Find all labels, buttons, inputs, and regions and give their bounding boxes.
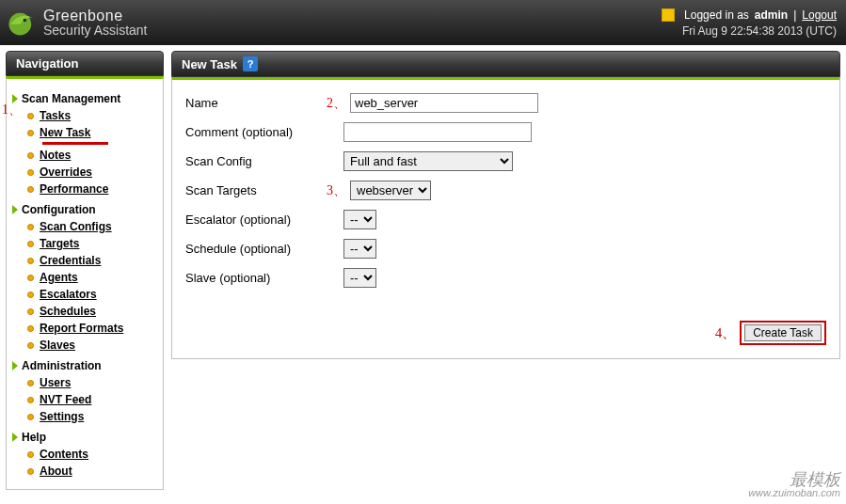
main-header: New Task ?: [171, 51, 840, 77]
create-task-highlight: Create Task: [740, 321, 826, 345]
name-label: Name: [185, 96, 327, 110]
status-diamond-icon: [662, 8, 675, 22]
name-input[interactable]: [350, 93, 538, 113]
nav-item-about[interactable]: About: [12, 463, 153, 480]
main-panel: New Task ? Name 2、 Comment (optional) Sc…: [171, 51, 840, 359]
brand-title: Greenbone: [43, 8, 148, 24]
bullet-icon: [27, 258, 34, 264]
nav-item-schedules[interactable]: Schedules: [12, 303, 153, 320]
header-right: Logged in as admin | Logout Fri Aug 9 22…: [662, 8, 837, 38]
svg-point-1: [24, 19, 26, 22]
nav-item-new-task[interactable]: New Task: [12, 124, 153, 141]
escalator-label: Escalator (optional): [185, 213, 327, 227]
greenbone-logo-icon: [6, 7, 38, 39]
nav-header: Navigation: [6, 51, 164, 76]
bullet-icon: [27, 130, 34, 136]
help-icon[interactable]: ?: [243, 56, 258, 71]
nav-section-scan-management: Scan Management: [12, 92, 153, 105]
bullet-icon: [27, 275, 34, 281]
sidebar: Navigation 1、 Scan Management Tasks New …: [6, 51, 164, 490]
bullet-icon: [27, 380, 34, 386]
nav-item-tasks[interactable]: Tasks: [12, 107, 153, 124]
nav-item-targets[interactable]: Targets: [12, 235, 153, 252]
nav-item-credentials[interactable]: Credentials: [12, 252, 153, 269]
bullet-icon: [27, 241, 34, 247]
bullet-icon: [27, 451, 34, 458]
comment-input[interactable]: [343, 122, 532, 142]
bullet-icon: [27, 325, 34, 332]
scan-config-label: Scan Config: [185, 154, 327, 168]
bullet-icon: [27, 342, 34, 349]
create-task-button[interactable]: Create Task: [744, 324, 822, 341]
nav-item-scan-configs[interactable]: Scan Configs: [12, 218, 153, 235]
slave-select[interactable]: --: [343, 268, 376, 288]
nav-item-escalators[interactable]: Escalators: [12, 286, 153, 303]
logout-link[interactable]: Logout: [802, 8, 837, 22]
schedule-select[interactable]: --: [343, 239, 376, 259]
nav-item-settings[interactable]: Settings: [12, 408, 153, 425]
bullet-icon: [27, 468, 34, 475]
arrow-icon: [12, 205, 18, 214]
nav-section-help: Help: [12, 431, 153, 444]
logged-in-user: admin: [755, 8, 788, 22]
nav-section-administration: Administration: [12, 359, 153, 372]
nav-item-performance[interactable]: Performance: [12, 181, 153, 197]
bullet-icon: [27, 169, 34, 176]
arrow-icon: [12, 433, 18, 442]
logged-in-label: Logged in as: [684, 8, 749, 22]
nav-body: 1、 Scan Management Tasks New Task Notes …: [6, 76, 164, 490]
bullet-icon: [27, 397, 34, 403]
nav-item-nvt-feed[interactable]: NVT Feed: [12, 391, 153, 408]
escalator-select[interactable]: --: [343, 210, 376, 229]
scan-config-select[interactable]: Full and fast: [343, 151, 513, 171]
annotation-3: 3、: [327, 182, 346, 199]
nav-item-users[interactable]: Users: [12, 374, 153, 391]
nav-item-slaves[interactable]: Slaves: [12, 337, 153, 354]
bullet-icon: [27, 224, 34, 230]
bullet-icon: [27, 186, 34, 193]
bullet-icon: [27, 152, 34, 159]
slave-label: Slave (optional): [185, 271, 327, 285]
scan-targets-select[interactable]: webserver: [350, 181, 431, 200]
header-timestamp: Fri Aug 9 22:54:38 2013 (UTC): [662, 24, 837, 38]
nav-item-report-formats[interactable]: Report Formats: [12, 320, 153, 337]
form-body: Name 2、 Comment (optional) Scan Config F…: [171, 77, 840, 359]
bullet-icon: [27, 308, 34, 315]
nav-item-overrides[interactable]: Overrides: [12, 164, 153, 181]
app-header: Greenbone Security Assistant Logged in a…: [0, 0, 846, 45]
nav-item-agents[interactable]: Agents: [12, 269, 153, 286]
panel-title: New Task: [182, 57, 237, 71]
bullet-icon: [27, 414, 34, 420]
annotation-1: 1、: [2, 102, 22, 118]
nav-item-contents[interactable]: Contents: [12, 446, 153, 463]
nav-item-notes[interactable]: Notes: [12, 147, 153, 164]
bullet-icon: [27, 291, 34, 298]
annotation-4: 4、: [715, 324, 737, 342]
scan-targets-label: Scan Targets: [185, 183, 327, 197]
nav-section-configuration: Configuration: [12, 203, 153, 216]
bullet-icon: [27, 113, 34, 119]
brand-subtitle: Security Assistant: [43, 24, 148, 38]
arrow-icon: [12, 361, 18, 370]
annotation-underline: [42, 142, 108, 145]
schedule-label: Schedule (optional): [185, 242, 327, 256]
annotation-2: 2、: [327, 95, 346, 112]
brand: Greenbone Security Assistant: [6, 7, 148, 39]
comment-label: Comment (optional): [185, 125, 327, 139]
